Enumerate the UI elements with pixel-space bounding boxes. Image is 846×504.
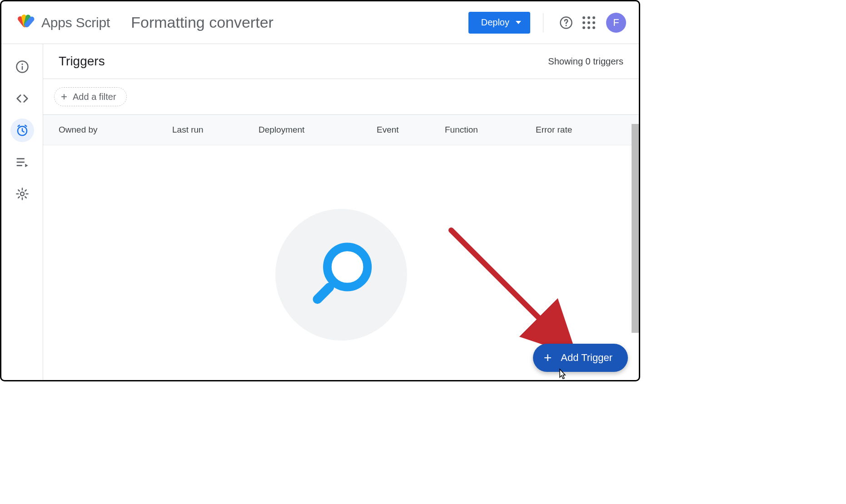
add-trigger-button[interactable]: + Add Trigger [533,344,628,372]
col-owned-by: Owned by [59,125,172,135]
svg-rect-12 [311,281,336,306]
deploy-button[interactable]: Deploy [468,12,530,34]
app-name: Apps Script [41,15,110,30]
plus-icon: + [61,91,67,102]
filter-bar: + Add a filter [43,79,639,115]
col-event: Event [377,125,445,135]
gear-icon [15,187,29,201]
col-deployment: Deployment [259,125,377,135]
avatar-initial: F [613,17,619,29]
svg-point-7 [21,64,23,65]
header: Apps Script Formatting converter Deploy … [1,1,639,44]
apps-script-logo[interactable]: Apps Script [16,13,110,33]
info-icon [15,60,29,74]
sidebar-item-overview[interactable] [10,55,34,79]
code-icon [15,92,29,105]
apps-script-logo-icon [16,13,36,33]
scrollbar-thumb[interactable] [632,124,639,333]
trigger-count: Showing 0 triggers [548,56,623,67]
sidebar-item-editor[interactable] [10,87,34,110]
svg-rect-8 [21,66,23,70]
titlebar: Triggers Showing 0 triggers [43,44,639,79]
plus-icon: + [544,351,552,365]
apps-grid-icon [582,16,595,29]
svg-point-11 [327,247,367,287]
avatar[interactable]: F [606,13,626,33]
table-header: Owned by Last run Deployment Event Funct… [43,115,639,145]
add-filter-button[interactable]: + Add a filter [54,87,127,106]
svg-point-10 [20,192,24,196]
col-function: Function [445,125,536,135]
sidebar-item-settings[interactable] [10,182,34,206]
alarm-icon [15,124,29,137]
magnifying-glass-icon [303,236,380,313]
add-trigger-label: Add Trigger [561,352,612,364]
executions-icon [15,155,29,169]
deploy-label: Deploy [481,17,509,28]
help-icon [559,16,573,30]
col-error-rate: Error rate [536,125,623,135]
add-filter-label: Add a filter [73,92,116,102]
page-title: Triggers [59,54,105,69]
sidebar-item-triggers[interactable] [10,119,34,142]
svg-point-5 [566,25,567,26]
sidebar-item-executions[interactable] [10,150,34,174]
divider [543,13,543,32]
project-name[interactable]: Formatting converter [131,14,274,31]
chevron-down-icon [516,21,521,24]
scrollbar-track [632,124,639,380]
main: Triggers Showing 0 triggers + Add a filt… [43,44,639,380]
sidebar [1,44,43,380]
help-button[interactable] [556,13,576,33]
empty-state-circle [275,209,407,341]
col-last-run: Last run [172,125,259,135]
apps-launcher-button[interactable] [579,13,599,33]
